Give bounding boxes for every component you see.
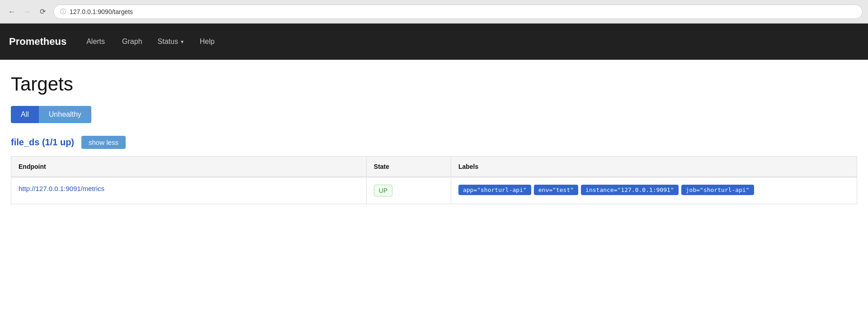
status-link-label: Status — [158, 38, 178, 46]
state-cell: UP — [366, 177, 451, 204]
show-less-button[interactable]: show less — [81, 136, 126, 149]
col-header-endpoint: Endpoint — [11, 157, 367, 177]
main-content: Targets All Unhealthy file_ds (1/1 up) s… — [0, 60, 868, 218]
label-badge: job="shorturl-api" — [681, 185, 754, 195]
targets-table: Endpoint State Labels http://127.0.0.1:9… — [11, 156, 857, 204]
graph-link[interactable]: Graph — [120, 34, 144, 49]
col-header-labels: Labels — [451, 157, 857, 177]
table-row: http://127.0.0.1:9091/metrics UP app="sh… — [11, 177, 857, 204]
label-badge: env="test" — [534, 185, 578, 195]
endpoint-link[interactable]: http://127.0.0.1:9091/metrics — [19, 185, 104, 192]
navbar: Prometheus Alerts Graph Status ▼ Help — [0, 24, 868, 60]
section-title: file_ds (1/1 up) — [11, 137, 74, 148]
filter-unhealthy-button[interactable]: Unhealthy — [39, 106, 91, 123]
table-header: Endpoint State Labels — [11, 157, 857, 177]
section-header: file_ds (1/1 up) show less — [11, 136, 857, 149]
filter-all-button[interactable]: All — [11, 106, 39, 123]
table-body: http://127.0.0.1:9091/metrics UP app="sh… — [11, 177, 857, 204]
forward-button[interactable]: → — [21, 5, 33, 18]
label-badge: instance="127.0.0.1:9091" — [581, 185, 679, 195]
url-text: 127.0.0.1:9090/targets — [70, 8, 133, 15]
address-bar[interactable]: ⓘ 127.0.0.1:9090/targets — [53, 5, 863, 19]
col-header-state: State — [366, 157, 451, 177]
chevron-down-icon: ▼ — [180, 39, 184, 44]
label-badge: app="shorturl-api" — [458, 185, 531, 195]
page-title: Targets — [11, 73, 857, 95]
help-link[interactable]: Help — [198, 34, 217, 49]
alerts-link[interactable]: Alerts — [85, 34, 107, 49]
labels-cell: app="shorturl-api" env="test" instance="… — [451, 177, 857, 204]
endpoint-cell: http://127.0.0.1:9091/metrics — [11, 177, 367, 204]
info-icon: ⓘ — [60, 8, 66, 16]
navbar-brand[interactable]: Prometheus — [9, 36, 66, 48]
refresh-button[interactable]: ⟳ — [36, 5, 49, 18]
table-header-row: Endpoint State Labels — [11, 157, 857, 177]
state-badge: UP — [374, 185, 392, 196]
nav-buttons: ← → ⟳ — [5, 5, 49, 18]
labels-container: app="shorturl-api" env="test" instance="… — [458, 185, 849, 195]
back-button[interactable]: ← — [5, 5, 18, 18]
browser-chrome: ← → ⟳ ⓘ 127.0.0.1:9090/targets — [0, 0, 868, 24]
filter-buttons: All Unhealthy — [11, 106, 857, 123]
status-dropdown[interactable]: Status ▼ — [158, 38, 184, 46]
